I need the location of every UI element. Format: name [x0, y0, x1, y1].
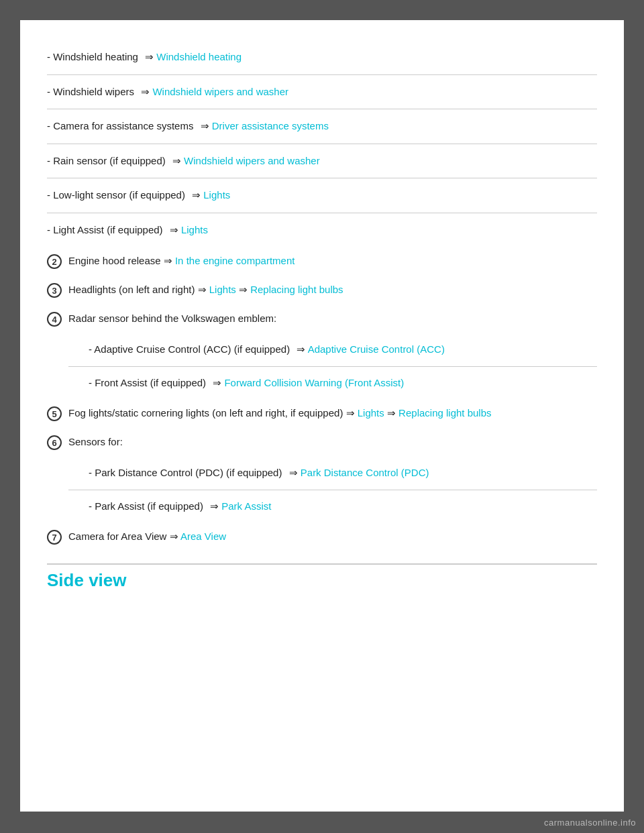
- list-item: - Front Assist (if equipped) ⇒ Forward C…: [68, 367, 597, 400]
- list-item: - Windshield wipers ⇒ Windshield wipers …: [47, 75, 597, 110]
- list-item: - Light Assist (if equipped) ⇒ Lights: [47, 213, 597, 247]
- link-driver-assistance[interactable]: Driver assistance systems: [212, 120, 329, 131]
- link-low-light-sensor[interactable]: Lights: [203, 189, 230, 201]
- link-acc[interactable]: Adaptive Cruise Control (ACC): [308, 343, 445, 355]
- link-engine-compartment[interactable]: In the engine compartment: [175, 255, 294, 266]
- link-pdc[interactable]: Park Distance Control (PDC): [301, 467, 429, 478]
- circle-3: 3: [47, 283, 62, 298]
- list-item: - Low-light sensor (if equipped) ⇒ Light…: [47, 178, 597, 213]
- circle-5: 5: [47, 406, 62, 421]
- numbered-item-5: 5 Fog lights/static cornering lights (on…: [47, 399, 597, 428]
- link-park-assist[interactable]: Park Assist: [221, 500, 271, 512]
- link-rain-sensor[interactable]: Windshield wipers and washer: [184, 155, 320, 166]
- link-windshield-heating[interactable]: Windshield heating: [156, 51, 241, 62]
- watermark: carmanualsonline.info: [544, 818, 636, 828]
- numbered-item-7: 7 Camera for Area View ⇒ Area View: [47, 522, 597, 551]
- circle-4: 4: [47, 312, 62, 327]
- circle-7: 7: [47, 530, 62, 545]
- top-sub-items: - Windshield heating ⇒ Windshield heatin…: [47, 40, 597, 247]
- list-item: - Park Distance Control (PDC) (if equipp…: [68, 457, 597, 490]
- numbered-item-3: 3 Headlights (on left and right) ⇒ Light…: [47, 276, 597, 304]
- section-title-side-view: Side view: [47, 563, 597, 591]
- link-replacing-bulbs-5[interactable]: Replacing light bulbs: [398, 407, 491, 419]
- numbered-item-2: 2 Engine hood release ⇒ In the engine co…: [47, 247, 597, 276]
- circle-2: 2: [47, 254, 62, 269]
- main-page: - Windshield heating ⇒ Windshield heatin…: [20, 20, 624, 812]
- link-lights-3[interactable]: Lights: [209, 284, 236, 295]
- list-item: - Windshield heating ⇒ Windshield heatin…: [47, 40, 597, 75]
- link-front-assist[interactable]: Forward Collision Warning (Front Assist): [224, 377, 404, 388]
- numbered-item-6: 6 Sensors for:: [47, 428, 597, 457]
- link-replacing-bulbs-3[interactable]: Replacing light bulbs: [250, 284, 343, 295]
- list-item: - Camera for assistance systems ⇒ Driver…: [47, 109, 597, 144]
- numbered-item-4: 4 Radar sensor behind the Volkswagen emb…: [47, 304, 597, 333]
- link-lights-5[interactable]: Lights: [358, 407, 384, 419]
- circle-6: 6: [47, 435, 62, 450]
- sub-group-4: - Adaptive Cruise Control (ACC) (if equi…: [47, 333, 597, 399]
- list-item: - Rain sensor (if equipped) ⇒ Windshield…: [47, 144, 597, 179]
- link-area-view[interactable]: Area View: [180, 531, 226, 542]
- link-light-assist[interactable]: Lights: [181, 224, 208, 235]
- list-item: - Adaptive Cruise Control (ACC) (if equi…: [68, 333, 597, 367]
- sub-group-6: - Park Distance Control (PDC) (if equipp…: [47, 457, 597, 522]
- list-item: - Park Assist (if equipped) ⇒ Park Assis…: [68, 490, 597, 523]
- link-windshield-wipers[interactable]: Windshield wipers and washer: [152, 86, 288, 97]
